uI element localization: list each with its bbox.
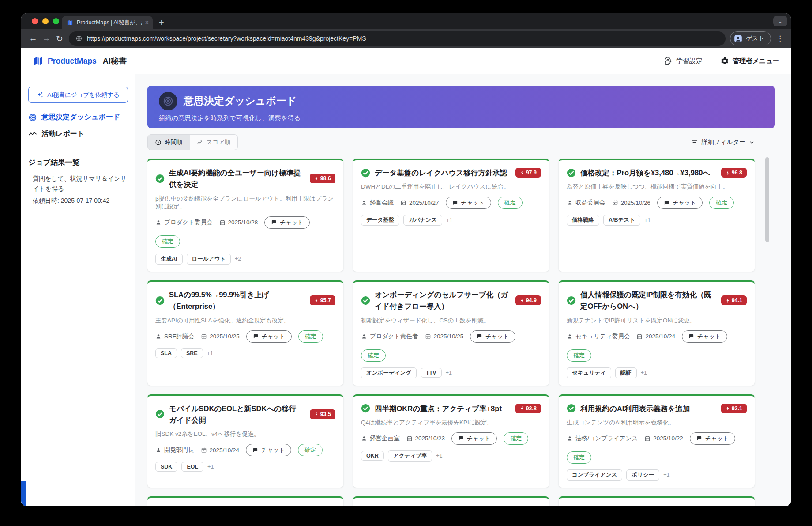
decision-card[interactable]: 四半期OKRの重点：アクティブ率+8pt 92.8 Q4は継続率とアクティブ率を…: [353, 394, 549, 488]
card-date: 2025/10/25: [425, 333, 464, 340]
new-tab-button[interactable]: +: [159, 18, 164, 27]
check-circle-icon: [567, 296, 576, 305]
decision-card[interactable]: モバイルSDKのEOLと新SDKへの移行ガイド公開 93.5 旧SDK v2系を…: [147, 394, 343, 488]
tag[interactable]: コンプライアンス: [567, 469, 622, 481]
decision-card[interactable]: 課金失敗の自動再試行ロジックを標準化 90.9 Dunningプロセスを3段階に…: [353, 496, 549, 506]
decision-card[interactable]: データ基盤のレイクハウス移行方針承認 97.9 DWHとDLの二重運用を廃止し、…: [353, 159, 549, 272]
reload-icon[interactable]: ↻: [53, 32, 66, 45]
chat-button[interactable]: チャット: [657, 197, 703, 209]
chat-button[interactable]: チャット: [470, 330, 515, 343]
learning-settings-button[interactable]: 学習設定: [663, 56, 703, 66]
tag[interactable]: ロールアウト: [187, 254, 231, 265]
close-window-button[interactable]: [32, 18, 38, 24]
tab-search-button[interactable]: ⌄: [773, 16, 787, 26]
chat-button[interactable]: チャット: [246, 444, 291, 456]
decision-card[interactable]: 検索基盤のベクトル検索へ統合 91.6 既存の全文検索とレコメンドをベクトル検索…: [147, 496, 343, 506]
status-label: 確定: [716, 199, 727, 207]
tag[interactable]: SRE: [181, 348, 203, 358]
card-tags: SLASRE+1: [155, 348, 335, 358]
decision-card[interactable]: サポート営業時間を平日9-21時に拡大 90.1 応答SLA短縮と顧客満足度向上…: [559, 496, 755, 506]
score-value: 94.9: [526, 297, 537, 303]
tag[interactable]: アクティブ率: [388, 450, 432, 462]
decision-card[interactable]: SLAの99.5%→99.9%引き上げ（Enterprise） 95.7 主要A…: [147, 280, 343, 386]
card-tags: OKRアクティブ率+1: [361, 450, 541, 462]
chat-label: チャット: [280, 219, 303, 227]
tag[interactable]: EOL: [181, 462, 203, 472]
chat-button[interactable]: チャット: [682, 330, 727, 343]
tag[interactable]: オンボーディング: [361, 367, 417, 378]
tag[interactable]: ガバナンス: [403, 215, 442, 226]
chat-button[interactable]: チャット: [446, 197, 491, 209]
tag[interactable]: ポリシー: [626, 469, 659, 481]
app-header: ProductMaps AI秘書 学習設定 管理者メニュー: [21, 48, 791, 74]
tag[interactable]: OKR: [361, 451, 384, 461]
bolt-icon: [726, 170, 730, 176]
tag[interactable]: 生成AI: [155, 254, 183, 265]
detail-filter-button[interactable]: 詳細フィルター: [691, 138, 755, 146]
profile-button[interactable]: ゲスト: [730, 31, 771, 45]
tag-more-count: +1: [207, 464, 214, 470]
decision-card[interactable]: 生成AI要約機能の全ユーザー向け標準提供を決定 98.6 β提供中の要約機能を全…: [147, 159, 343, 272]
decision-card[interactable]: 個人情報保護の既定IP制限を有効化（既定OFFからONへ） 94.1 新規テナン…: [559, 280, 755, 386]
calendar-icon: [406, 435, 413, 442]
tag[interactable]: SDK: [155, 462, 177, 472]
tag[interactable]: 認証: [615, 367, 637, 378]
chat-button[interactable]: チャット: [264, 216, 310, 229]
request-job-button[interactable]: AI秘書にジョブを依頼する: [28, 87, 128, 103]
tab-close-icon[interactable]: ×: [145, 19, 149, 26]
sidebar-nav-item-0[interactable]: 意思決定ダッシュボード: [28, 113, 128, 122]
chat-button[interactable]: チャット: [690, 432, 735, 445]
tag[interactable]: SLA: [155, 348, 177, 358]
decision-card[interactable]: 価格改定：Pro月額を¥3,480→¥3,980へ 96.8 為替と原価上昇を反…: [559, 159, 755, 272]
tag[interactable]: A/Bテスト: [603, 215, 640, 226]
admin-menu-button[interactable]: 管理者メニュー: [720, 57, 779, 65]
date-value: 2025/10/24: [645, 333, 675, 340]
sort-by-score-button[interactable]: スコア順: [190, 135, 238, 150]
tag[interactable]: セキュリティ: [567, 367, 611, 378]
card-description: 生成コンテンツのAI利用明示を義務化。: [567, 419, 747, 427]
zoom-window-button[interactable]: [53, 18, 59, 24]
status-badge: 確定: [567, 349, 591, 362]
browser-tab[interactable]: ProductMaps | AI秘書が、あな ×: [62, 16, 153, 29]
score-badge: 91.6: [310, 506, 335, 506]
job-result-item[interactable]: 質問をして、状況サマリ＆インサイトを得る 依頼日時: 2025-07-17 00…: [28, 174, 128, 205]
chat-button[interactable]: チャット: [451, 432, 497, 445]
scrollbar-thumb[interactable]: [765, 157, 769, 242]
traffic-lights[interactable]: [32, 18, 59, 24]
sort-by-time-button[interactable]: 時間順: [148, 135, 190, 150]
tab-title: ProductMaps | AI秘書が、あな: [77, 19, 142, 26]
sparkles-icon: [37, 91, 44, 98]
tag[interactable]: TTV: [421, 368, 442, 378]
person-icon: [155, 219, 162, 226]
browser-menu-icon[interactable]: ⋮: [776, 34, 784, 43]
tag[interactable]: データ基盤: [361, 215, 399, 226]
forward-icon[interactable]: →: [40, 32, 53, 45]
url-bar[interactable]: https://productmaps.com/workspace/projec…: [69, 31, 726, 46]
chat-label: チャット: [461, 199, 485, 207]
sidebar-nav-item-1[interactable]: 活動レポート: [28, 129, 128, 139]
calendar-icon: [201, 447, 207, 453]
chat-label: チャット: [705, 435, 729, 443]
card-title: SLAの99.5%→99.9%引き上げ（Enterprise）: [169, 289, 303, 312]
score-badge: 96.8: [721, 168, 747, 178]
decision-card[interactable]: オンボーディングのセルフサーブ化（ガイド付きフロー導入） 94.9 初期設定をウ…: [353, 280, 549, 386]
score-badge: 90.9: [515, 506, 541, 506]
bolt-icon: [520, 405, 525, 411]
card-date: 2025/10/27: [400, 200, 439, 206]
chat-label: チャット: [467, 435, 490, 443]
status-label: 確定: [162, 238, 173, 246]
chat-button[interactable]: チャット: [246, 330, 292, 343]
back-icon[interactable]: ←: [26, 32, 40, 45]
person-icon: [361, 435, 367, 442]
decision-card[interactable]: 利用規約のAI利用表示義務を追加 92.1 生成コンテンツのAI利用明示を義務化…: [559, 394, 755, 488]
detail-filter-label: 詳細フィルター: [702, 138, 745, 146]
card-title: 検索基盤のベクトル検索へ統合: [169, 505, 303, 506]
status-label: 確定: [304, 446, 316, 454]
tag[interactable]: 価格戦略: [567, 215, 599, 226]
brand-logo[interactable]: ProductMaps: [33, 56, 97, 67]
tag-more-count: +1: [207, 350, 213, 356]
minimize-window-button[interactable]: [42, 18, 49, 24]
chat-label: チャット: [697, 333, 721, 341]
tab-favicon-icon: [67, 19, 73, 26]
card-tags: データ基盤ガバナンス+1: [361, 215, 541, 226]
